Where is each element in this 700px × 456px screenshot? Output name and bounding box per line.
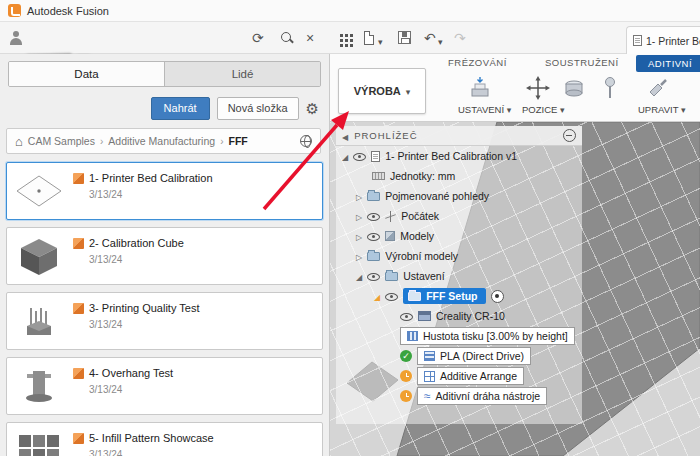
setup-icon[interactable]	[468, 76, 492, 100]
file-menu-chevron-down-icon[interactable]	[378, 35, 383, 47]
search-icon[interactable]	[281, 32, 295, 46]
tab-people[interactable]: Lidé	[164, 62, 320, 86]
tab-data[interactable]: Data	[9, 62, 164, 86]
tree-label: Modely	[400, 230, 434, 242]
toolpath-icon: ≈	[424, 391, 431, 401]
project-title: 1- Printer Bed Calibration	[89, 172, 213, 184]
collapsed-triangle-icon[interactable]	[356, 190, 362, 202]
tree-label: Výrobní modely	[385, 250, 458, 262]
ribbon-tab-additive[interactable]: ADITIVNÍ	[636, 55, 700, 72]
project-card-infill-pattern-showcase[interactable]: 5- Infill Pattern Showcase 3/13/24	[6, 422, 323, 456]
operation-chip[interactable]: ≈ Aditivní dráha nástroje	[417, 387, 547, 405]
visibility-eye-icon[interactable]	[367, 211, 380, 222]
tree-item-named-views[interactable]: Pojmenované pohledy	[336, 186, 582, 206]
3d-viewport[interactable]: PROHLÍŽEČ 1- Printer Bed Calibration v1 …	[330, 122, 700, 456]
browser-header: PROHLÍŽEČ	[336, 126, 582, 146]
visibility-eye-icon[interactable]	[385, 291, 398, 302]
setup-dropdown[interactable]: USTAVENÍ	[458, 104, 511, 115]
tree-item-print-density[interactable]: Hustota tisku [3.00% by height]	[336, 326, 582, 346]
operation-chip[interactable]: Additive Arrange	[417, 367, 524, 385]
ribbon-tab-milling[interactable]: FRÉZOVÁNÍ	[448, 57, 507, 68]
data-panel-grid-icon[interactable]	[340, 34, 343, 37]
undo-chevron-down-icon[interactable]	[438, 35, 443, 47]
document-icon	[371, 151, 380, 162]
window-title: Autodesk Fusion	[27, 5, 109, 17]
user-avatar-icon[interactable]	[10, 31, 22, 45]
workspace-selector-button[interactable]: VÝROBA	[338, 68, 426, 114]
tree-label: Aditivní dráha nástroje	[436, 390, 540, 402]
print-density-icon	[407, 331, 418, 341]
save-icon[interactable]	[398, 31, 411, 44]
gear-icon[interactable]: ⚙	[306, 101, 319, 116]
globe-icon[interactable]	[300, 135, 312, 147]
probe-icon[interactable]	[598, 76, 622, 100]
fusion-window: Autodesk Fusion ⟳ × ↶ ↷ 1- Printer Be Da…	[0, 0, 700, 456]
breadcrumb-additive-manufacturing[interactable]: Additive Manufacturing	[108, 135, 215, 147]
refresh-icon[interactable]: ⟳	[252, 30, 264, 46]
active-setup-radio-icon[interactable]	[491, 290, 504, 303]
project-card-printer-bed-calibration[interactable]: 1- Printer Bed Calibration 3/13/24	[6, 162, 323, 220]
visibility-eye-icon[interactable]	[367, 271, 380, 282]
tree-item-machine[interactable]: Creality CR-10	[336, 306, 582, 326]
tree-item-setups[interactable]: Ustavení	[336, 266, 582, 286]
project-card-overhang-test[interactable]: 4- Overhang Test 3/13/24	[6, 357, 323, 415]
data-panel-tabs: Data Lidé	[8, 61, 321, 87]
document-tab[interactable]: 1- Printer Be	[626, 26, 700, 54]
expanded-triangle-icon[interactable]	[356, 270, 362, 282]
expanded-triangle-warning-icon[interactable]	[374, 290, 380, 302]
expanded-triangle-icon[interactable]	[342, 150, 348, 162]
upload-button[interactable]: Nahrát	[151, 97, 210, 120]
home-icon[interactable]: ⌂	[15, 135, 23, 148]
undo-icon[interactable]: ↶	[424, 30, 436, 46]
project-card-printing-quality-test[interactable]: 3- Printing Quality Test 3/13/24	[6, 292, 323, 350]
visibility-eye-icon[interactable]	[353, 151, 366, 162]
project-card-calibration-cube[interactable]: 2- Calibration Cube 3/13/24	[6, 227, 323, 285]
workpiece-icon[interactable]	[562, 76, 586, 100]
project-title: 2- Calibration Cube	[89, 237, 184, 249]
ribbon-tab-turning[interactable]: SOUSTRUŽENÍ	[545, 57, 619, 68]
tree-item-document[interactable]: 1- Printer Bed Calibration v1	[336, 146, 582, 166]
tree-item-additive-arrange[interactable]: Additive Arrange	[336, 366, 582, 386]
file-menu-icon[interactable]	[364, 31, 374, 45]
visibility-eye-icon[interactable]	[367, 231, 380, 242]
browser-panel: PROHLÍŽEČ 1- Printer Bed Calibration v1 …	[336, 126, 582, 424]
tree-item-manufacturing-models[interactable]: Výrobní modely	[336, 246, 582, 266]
breadcrumb-cam-samples[interactable]: CAM Samples	[28, 135, 95, 147]
tree-item-toolpath[interactable]: ≈ Aditivní dráha nástroje	[336, 386, 582, 406]
operation-chip[interactable]: Hustota tisku [3.00% by height]	[400, 327, 575, 345]
new-folder-button[interactable]: Nová složka	[217, 97, 299, 120]
redo-icon[interactable]: ↷	[454, 30, 466, 46]
tree-item-material[interactable]: PLA (Direct Drive)	[336, 346, 582, 366]
tree-item-models[interactable]: Modely	[336, 226, 582, 246]
edit-dropdown-label: UPRAVIT	[638, 104, 678, 115]
document-icon	[633, 35, 642, 46]
tree-item-origin[interactable]: Počátek	[336, 206, 582, 226]
arrange-grid-icon	[424, 371, 435, 382]
tree-label: Additive Arrange	[440, 370, 517, 382]
edit-dropdown[interactable]: UPRAVIT	[638, 104, 685, 115]
operation-chip[interactable]: PLA (Direct Drive)	[417, 347, 531, 365]
selected-setup-pill[interactable]: FFF Setup	[403, 288, 486, 304]
folder-icon	[385, 272, 398, 281]
modify-icon[interactable]	[646, 76, 670, 100]
tree-item-fff-setup[interactable]: FFF Setup	[336, 286, 582, 306]
collapsed-triangle-icon[interactable]	[356, 230, 362, 242]
breadcrumb-separator-icon	[100, 135, 103, 147]
workspace-chevron-down-icon	[406, 85, 411, 97]
collapse-left-icon[interactable]	[342, 130, 348, 142]
project-date: 3/13/24	[89, 189, 213, 200]
collapsed-triangle-icon[interactable]	[356, 250, 362, 262]
position-dropdown[interactable]: POZICE	[522, 104, 565, 115]
position-dropdown-label: POZICE	[522, 104, 557, 115]
thumbnail-cube	[13, 234, 65, 278]
breadcrumb-fff[interactable]: FFF	[228, 135, 247, 147]
close-icon[interactable]: ×	[306, 30, 314, 46]
collapsed-triangle-icon[interactable]	[356, 210, 362, 222]
visibility-eye-icon[interactable]	[400, 311, 413, 322]
tree-item-units[interactable]: Jednotky: mm	[336, 166, 582, 186]
breadcrumb-separator-icon	[220, 135, 223, 147]
app-toolbar: ⟳ × ↶ ↷ 1- Printer Be	[0, 22, 700, 54]
minimize-circle-icon[interactable]	[563, 129, 576, 142]
move-arrows-icon[interactable]	[526, 76, 550, 100]
folder-icon	[367, 252, 380, 261]
